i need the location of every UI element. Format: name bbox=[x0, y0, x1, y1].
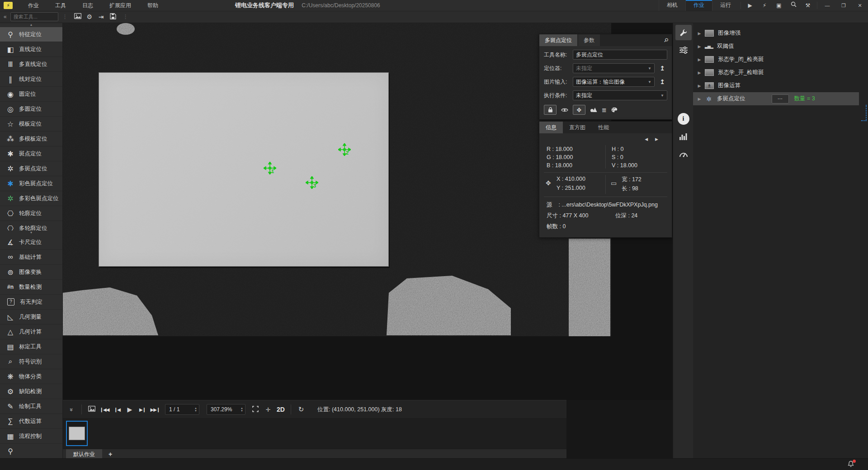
image-thumbnail[interactable] bbox=[66, 421, 88, 446]
tab-info[interactable]: 信息 bbox=[539, 122, 563, 133]
mode-tab[interactable]: 运行 bbox=[712, 0, 739, 11]
sidebar-tool-item[interactable]: ⁂ 多模板定位 bbox=[0, 132, 62, 146]
result-tree-item[interactable]: ▶ ▃▅▂ 双阈值 bbox=[693, 40, 859, 53]
tab-tool[interactable]: 多斑点定位 bbox=[539, 34, 577, 46]
menu-item[interactable]: 扩展应用 bbox=[101, 0, 139, 11]
sidebar-tool-item[interactable]: △ 几何计算 bbox=[0, 324, 62, 339]
image-save-icon[interactable] bbox=[85, 406, 98, 413]
center-crosshair-icon[interactable]: ✛ bbox=[262, 406, 274, 413]
sidebar-tool-item[interactable]: ∑ 代数运算 bbox=[0, 414, 62, 429]
notification-bell-icon[interactable] bbox=[847, 461, 854, 468]
sidebar-tool-item[interactable]: Ⅲ 多直线定位 bbox=[0, 57, 62, 72]
scroll-down-icon[interactable]: ▾ bbox=[0, 230, 62, 235]
mode-tab[interactable]: 作业 bbox=[685, 0, 712, 11]
quick-run-icon[interactable]: ⚡ bbox=[757, 0, 772, 11]
sidebar-tool-item[interactable]: ∡ 卡尺定位 bbox=[0, 235, 62, 250]
tab-performance[interactable]: 性能 bbox=[592, 122, 615, 133]
sidebar-tool-item[interactable]: ◉ 圆定位 bbox=[0, 87, 62, 102]
last-frame-button[interactable]: ▶▶❙ bbox=[149, 407, 161, 412]
blob-marker-2[interactable]: 2 bbox=[338, 143, 351, 156]
sidebar-tool-item[interactable]: ⊚ 图像变换 bbox=[0, 265, 62, 280]
visibility-eye-icon[interactable] bbox=[561, 108, 568, 113]
tab-histogram[interactable]: 直方图 bbox=[563, 122, 592, 133]
expander-icon[interactable]: ▶ bbox=[696, 31, 703, 36]
tool-settings-wrench-icon[interactable] bbox=[675, 25, 692, 40]
device-icon[interactable]: ▣ bbox=[772, 0, 786, 11]
sidebar-tool-item[interactable]: ◎ 多圆定位 bbox=[0, 102, 62, 117]
result-tree-item[interactable]: ▶ 形态学_闭_检亮斑 bbox=[693, 53, 859, 66]
histogram-panel-icon[interactable] bbox=[675, 129, 692, 144]
collapse-sidebar-icon[interactable]: « bbox=[4, 14, 7, 20]
save-icon[interactable] bbox=[107, 13, 119, 21]
tab-params[interactable]: 参数 bbox=[578, 34, 600, 46]
sidebar-tool-item[interactable]: ⎔ 多轮廓定位 bbox=[0, 221, 62, 230]
sidebar-tool-item[interactable]: ✱ 彩色斑点定位 bbox=[0, 176, 62, 191]
result-tree-item[interactable]: ▶ 形态学_开_检暗斑 bbox=[693, 66, 859, 79]
sidebar-tool-item[interactable]: ⚲ bbox=[0, 444, 62, 459]
result-tree-item[interactable]: ▶ 图像增强 bbox=[693, 27, 859, 40]
fit-screen-icon[interactable] bbox=[249, 406, 262, 414]
sidebar-tool-item[interactable]: ✲ 多彩色斑点定位 bbox=[0, 191, 62, 206]
result-tree-item[interactable]: ▶ ✲ 多斑点定位 ⋯ 数量 = 3 bbox=[693, 92, 859, 105]
sidebar-tool-item[interactable]: ∥ 线对定位 bbox=[0, 72, 62, 87]
exec-condition-select[interactable]: 未指定 ▼ bbox=[573, 90, 667, 100]
prev-frame-button[interactable]: ❙◀ bbox=[111, 407, 123, 412]
more-options-button[interactable]: ⋯ bbox=[772, 94, 789, 103]
menu-item[interactable]: 帮助 bbox=[139, 0, 166, 11]
expander-icon[interactable]: ▶ bbox=[696, 97, 703, 101]
expander-icon[interactable]: ▶ bbox=[696, 70, 703, 75]
sidebar-tool-item[interactable]: ◧ 直线定位 bbox=[0, 42, 62, 57]
shapes-icon[interactable] bbox=[590, 107, 597, 113]
sidebar-tool-item[interactable]: ✱ 斑点定位 bbox=[0, 146, 62, 161]
list-icon[interactable]: ≣ bbox=[602, 107, 607, 113]
zoom-spinbox[interactable]: 307.29% ▲▼ bbox=[207, 404, 245, 415]
expander-icon[interactable]: ▶ bbox=[696, 57, 703, 62]
tool-name-input[interactable]: 多斑点定位 bbox=[573, 50, 667, 60]
sidebar-tool-item[interactable]: ✲ 多斑点定位 bbox=[0, 161, 62, 176]
sidebar-tool-item[interactable]: #n 数量检测 bbox=[0, 280, 62, 295]
pin-panel-icon[interactable]: ⚲ bbox=[660, 35, 672, 46]
performance-gauge-icon[interactable] bbox=[675, 146, 692, 162]
collapse-toolbar-icon[interactable]: » bbox=[68, 403, 75, 416]
job-tab-default[interactable]: 默认作业 bbox=[66, 449, 102, 459]
frame-spinner[interactable]: ▲▼ bbox=[194, 407, 199, 412]
image-input-select[interactable]: 图像运算：输出图像 ▼ bbox=[573, 77, 655, 87]
blob-marker-3[interactable]: 3 bbox=[306, 176, 318, 189]
sidebar-tool-item[interactable]: ☆ 模板定位 bbox=[0, 117, 62, 132]
menu-item[interactable]: 日志 bbox=[74, 0, 101, 11]
scroll-up-icon[interactable]: ▴ bbox=[0, 23, 62, 27]
palette-icon[interactable] bbox=[611, 107, 618, 113]
sidebar-tool-item[interactable]: ◺ 几何测量 bbox=[0, 310, 62, 324]
sidebar-tool-item[interactable]: ▦ 流程控制 bbox=[0, 429, 62, 444]
sidebar-tool-item[interactable]: ✎ 绘制工具 bbox=[0, 399, 62, 414]
sidebar-tool-item[interactable]: ? 有无判定 bbox=[0, 295, 62, 310]
first-frame-button[interactable]: ❙◀◀ bbox=[98, 407, 111, 412]
restore-button[interactable]: ❐ bbox=[835, 0, 852, 11]
minimize-button[interactable]: — bbox=[819, 0, 835, 11]
sidebar-tool-item[interactable]: ⚲ 特征定位 bbox=[0, 27, 62, 42]
expander-icon[interactable]: ▶ bbox=[696, 84, 703, 88]
sidebar-tool-item[interactable]: ∞ 基础计算 bbox=[0, 250, 62, 265]
export-icon[interactable]: ⇥ bbox=[95, 13, 107, 20]
locator-select[interactable]: 未指定 ▼ bbox=[573, 63, 655, 73]
image-source-icon[interactable] bbox=[72, 13, 84, 20]
sidebar-tool-item[interactable]: ❋ 物体分类 bbox=[0, 369, 62, 384]
result-tree-item[interactable]: ▶ ± 图像运算 bbox=[693, 79, 859, 92]
expander-icon[interactable]: ▶ bbox=[696, 44, 703, 49]
zoom-spinner[interactable]: ▲▼ bbox=[241, 407, 245, 412]
blob-marker-1[interactable]: 1 bbox=[264, 162, 276, 174]
image-input-link-up-button[interactable]: ↥ bbox=[657, 78, 667, 85]
next-frame-button[interactable]: ▶❙ bbox=[136, 407, 149, 412]
search-icon[interactable] bbox=[786, 0, 801, 11]
info-pager-arrows[interactable]: ◀▶ bbox=[645, 137, 665, 141]
sidebar-tool-item[interactable]: ⌕ 符号识别 bbox=[0, 354, 62, 369]
refresh-loop-icon[interactable]: ↻ bbox=[295, 405, 307, 414]
frame-spinbox[interactable]: 1 / 1 ▲▼ bbox=[165, 404, 199, 415]
run-icon[interactable]: ▶ bbox=[743, 0, 757, 11]
menu-item[interactable]: 工具 bbox=[47, 0, 74, 11]
add-job-tab-button[interactable]: + bbox=[108, 451, 112, 458]
locator-link-up-button[interactable]: ↥ bbox=[657, 65, 667, 72]
sidebar-tool-item[interactable]: ⎔ 轮廓定位 bbox=[0, 206, 62, 221]
view-mode-toggle[interactable]: 2D bbox=[274, 406, 287, 413]
settings-gear-icon[interactable]: ⚙ bbox=[84, 13, 95, 20]
